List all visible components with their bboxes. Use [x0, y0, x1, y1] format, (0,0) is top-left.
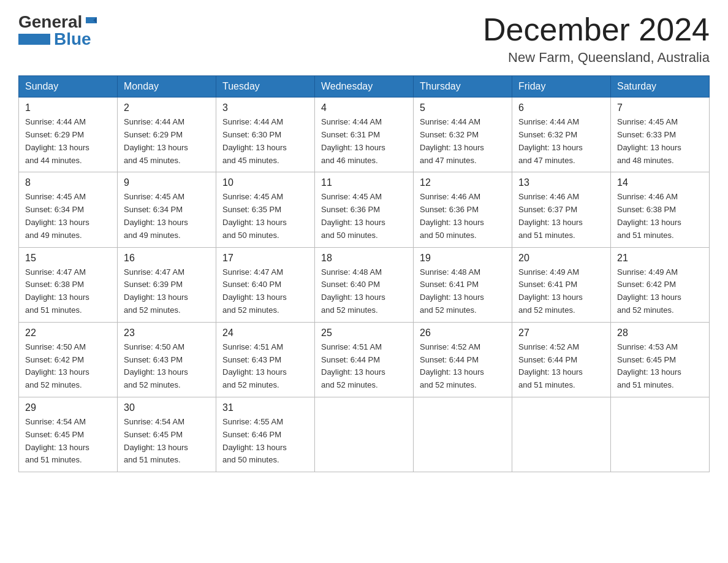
- day-number: 2: [124, 102, 210, 113]
- week-row-2: 8 Sunrise: 4:45 AM Sunset: 6:34 PM Dayli…: [19, 172, 710, 247]
- day-number: 21: [617, 253, 703, 264]
- day-number: 6: [518, 102, 604, 113]
- day-cell: 3 Sunrise: 4:44 AM Sunset: 6:30 PM Dayli…: [216, 98, 315, 172]
- day-number: 25: [321, 327, 407, 339]
- day-number: 16: [124, 253, 210, 264]
- day-cell: 7 Sunrise: 4:45 AM Sunset: 6:33 PM Dayli…: [611, 98, 710, 172]
- day-info: Sunrise: 4:44 AM Sunset: 6:32 PM Dayligh…: [420, 116, 506, 167]
- day-number: 7: [617, 102, 703, 113]
- col-header-thursday: Thursday: [414, 76, 512, 98]
- logo: General Blue: [18, 12, 98, 49]
- day-cell: [414, 397, 512, 472]
- day-cell: 25 Sunrise: 4:51 AM Sunset: 6:44 PM Dayl…: [315, 322, 414, 397]
- day-cell: 19 Sunrise: 4:48 AM Sunset: 6:41 PM Dayl…: [414, 247, 512, 322]
- day-info: Sunrise: 4:47 AM Sunset: 6:40 PM Dayligh…: [222, 266, 308, 317]
- day-number: 27: [518, 327, 604, 339]
- week-row-4: 22 Sunrise: 4:50 AM Sunset: 6:42 PM Dayl…: [19, 322, 710, 397]
- day-info: Sunrise: 4:52 AM Sunset: 6:44 PM Dayligh…: [518, 341, 604, 392]
- page-header: General Blue December 2024 New Farm, Que…: [18, 12, 710, 66]
- day-number: 26: [420, 327, 506, 339]
- day-number: 12: [420, 177, 506, 188]
- day-cell: 14 Sunrise: 4:46 AM Sunset: 6:38 PM Dayl…: [611, 172, 710, 247]
- day-number: 4: [321, 102, 407, 113]
- day-cell: [512, 397, 611, 472]
- col-header-friday: Friday: [512, 76, 611, 98]
- day-info: Sunrise: 4:51 AM Sunset: 6:44 PM Dayligh…: [321, 341, 407, 392]
- day-cell: 12 Sunrise: 4:46 AM Sunset: 6:36 PM Dayl…: [414, 172, 512, 247]
- day-cell: 29 Sunrise: 4:54 AM Sunset: 6:45 PM Dayl…: [19, 397, 118, 472]
- day-info: Sunrise: 4:44 AM Sunset: 6:31 PM Dayligh…: [321, 116, 407, 167]
- week-row-5: 29 Sunrise: 4:54 AM Sunset: 6:45 PM Dayl…: [19, 397, 710, 472]
- col-header-monday: Monday: [118, 76, 216, 98]
- day-cell: 9 Sunrise: 4:45 AM Sunset: 6:34 PM Dayli…: [118, 172, 216, 247]
- day-cell: 17 Sunrise: 4:47 AM Sunset: 6:40 PM Dayl…: [216, 247, 315, 322]
- day-number: 30: [124, 402, 210, 413]
- day-cell: 11 Sunrise: 4:45 AM Sunset: 6:36 PM Dayl…: [315, 172, 414, 247]
- day-info: Sunrise: 4:46 AM Sunset: 6:38 PM Dayligh…: [617, 191, 703, 242]
- day-info: Sunrise: 4:45 AM Sunset: 6:34 PM Dayligh…: [25, 191, 111, 242]
- day-number: 24: [222, 327, 308, 339]
- location-title: New Farm, Queensland, Australia: [483, 50, 710, 66]
- day-cell: 1 Sunrise: 4:44 AM Sunset: 6:29 PM Dayli…: [19, 98, 118, 172]
- day-number: 17: [222, 253, 308, 264]
- day-info: Sunrise: 4:54 AM Sunset: 6:45 PM Dayligh…: [124, 416, 210, 467]
- day-cell: 8 Sunrise: 4:45 AM Sunset: 6:34 PM Dayli…: [19, 172, 118, 247]
- day-info: Sunrise: 4:48 AM Sunset: 6:41 PM Dayligh…: [420, 266, 506, 317]
- day-headers-row: SundayMondayTuesdayWednesdayThursdayFrid…: [19, 76, 710, 98]
- day-cell: 21 Sunrise: 4:49 AM Sunset: 6:42 PM Dayl…: [611, 247, 710, 322]
- day-cell: 5 Sunrise: 4:44 AM Sunset: 6:32 PM Dayli…: [414, 98, 512, 172]
- day-cell: 4 Sunrise: 4:44 AM Sunset: 6:31 PM Dayli…: [315, 98, 414, 172]
- day-info: Sunrise: 4:44 AM Sunset: 6:29 PM Dayligh…: [25, 116, 111, 167]
- day-number: 8: [25, 177, 111, 188]
- day-number: 14: [617, 177, 703, 188]
- day-number: 19: [420, 253, 506, 264]
- col-header-wednesday: Wednesday: [315, 76, 414, 98]
- week-row-1: 1 Sunrise: 4:44 AM Sunset: 6:29 PM Dayli…: [19, 98, 710, 172]
- calendar-table: SundayMondayTuesdayWednesdayThursdayFrid…: [18, 75, 710, 472]
- day-number: 1: [25, 102, 111, 113]
- day-number: 10: [222, 177, 308, 188]
- day-info: Sunrise: 4:50 AM Sunset: 6:43 PM Dayligh…: [124, 341, 210, 392]
- day-number: 28: [617, 327, 703, 339]
- week-row-3: 15 Sunrise: 4:47 AM Sunset: 6:38 PM Dayl…: [19, 247, 710, 322]
- day-cell: 18 Sunrise: 4:48 AM Sunset: 6:40 PM Dayl…: [315, 247, 414, 322]
- day-number: 3: [222, 102, 308, 113]
- title-area: December 2024 New Farm, Queensland, Aust…: [483, 12, 710, 66]
- logo-blue-bar: [18, 34, 50, 45]
- month-title: December 2024: [483, 12, 710, 47]
- day-info: Sunrise: 4:46 AM Sunset: 6:37 PM Dayligh…: [518, 191, 604, 242]
- day-number: 11: [321, 177, 407, 188]
- day-info: Sunrise: 4:46 AM Sunset: 6:36 PM Dayligh…: [420, 191, 506, 242]
- day-number: 31: [222, 402, 308, 413]
- day-info: Sunrise: 4:54 AM Sunset: 6:45 PM Dayligh…: [25, 416, 111, 467]
- day-cell: 13 Sunrise: 4:46 AM Sunset: 6:37 PM Dayl…: [512, 172, 611, 247]
- col-header-tuesday: Tuesday: [216, 76, 315, 98]
- day-number: 5: [420, 102, 506, 113]
- day-info: Sunrise: 4:47 AM Sunset: 6:39 PM Dayligh…: [124, 266, 210, 317]
- day-cell: 24 Sunrise: 4:51 AM Sunset: 6:43 PM Dayl…: [216, 322, 315, 397]
- day-cell: [315, 397, 414, 472]
- day-cell: [611, 397, 710, 472]
- day-info: Sunrise: 4:45 AM Sunset: 6:35 PM Dayligh…: [222, 191, 308, 242]
- day-number: 9: [124, 177, 210, 188]
- day-number: 13: [518, 177, 604, 188]
- day-cell: 27 Sunrise: 4:52 AM Sunset: 6:44 PM Dayl…: [512, 322, 611, 397]
- logo-blue-text: Blue: [54, 29, 91, 49]
- day-info: Sunrise: 4:44 AM Sunset: 6:30 PM Dayligh…: [222, 116, 308, 167]
- day-number: 23: [124, 327, 210, 339]
- day-cell: 6 Sunrise: 4:44 AM Sunset: 6:32 PM Dayli…: [512, 98, 611, 172]
- logo-flag: [85, 15, 98, 31]
- day-cell: 20 Sunrise: 4:49 AM Sunset: 6:41 PM Dayl…: [512, 247, 611, 322]
- day-cell: 16 Sunrise: 4:47 AM Sunset: 6:39 PM Dayl…: [118, 247, 216, 322]
- day-cell: 30 Sunrise: 4:54 AM Sunset: 6:45 PM Dayl…: [118, 397, 216, 472]
- day-info: Sunrise: 4:51 AM Sunset: 6:43 PM Dayligh…: [222, 341, 308, 392]
- day-info: Sunrise: 4:49 AM Sunset: 6:41 PM Dayligh…: [518, 266, 604, 317]
- col-header-saturday: Saturday: [611, 76, 710, 98]
- day-info: Sunrise: 4:47 AM Sunset: 6:38 PM Dayligh…: [25, 266, 111, 317]
- day-info: Sunrise: 4:53 AM Sunset: 6:45 PM Dayligh…: [617, 341, 703, 392]
- day-cell: 2 Sunrise: 4:44 AM Sunset: 6:29 PM Dayli…: [118, 98, 216, 172]
- day-cell: 15 Sunrise: 4:47 AM Sunset: 6:38 PM Dayl…: [19, 247, 118, 322]
- day-cell: 26 Sunrise: 4:52 AM Sunset: 6:44 PM Dayl…: [414, 322, 512, 397]
- day-info: Sunrise: 4:45 AM Sunset: 6:34 PM Dayligh…: [124, 191, 210, 242]
- day-info: Sunrise: 4:50 AM Sunset: 6:42 PM Dayligh…: [25, 341, 111, 392]
